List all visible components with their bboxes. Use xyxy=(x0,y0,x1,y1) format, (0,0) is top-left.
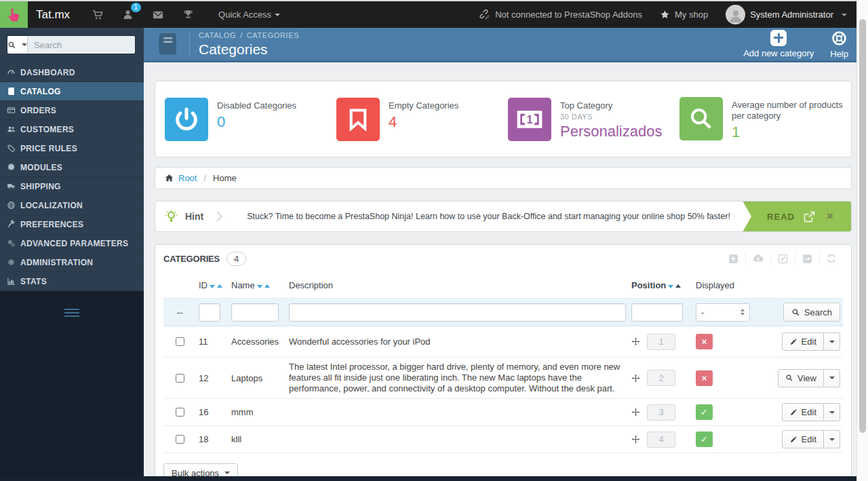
sidebar-item-price-rules[interactable]: PRICE RULES xyxy=(0,139,144,158)
move-icon[interactable] xyxy=(631,337,640,346)
messages-icon[interactable] xyxy=(152,9,164,21)
sort-name-desc-icon[interactable] xyxy=(257,285,262,288)
breadcrumb-section[interactable]: CATALOG xyxy=(199,31,236,39)
prestashop-logo[interactable] xyxy=(0,1,28,28)
my-shop-link[interactable]: My shop xyxy=(660,9,708,20)
cell-description: Wonderful accessories for your iPod xyxy=(286,326,629,358)
kpi-disabled-categories: Disabled Categories0 xyxy=(165,98,336,141)
add-icon[interactable] xyxy=(722,253,745,265)
row-actions-dropdown[interactable] xyxy=(824,332,840,351)
customers-icon[interactable]: 1 xyxy=(122,9,134,20)
filter-position-input[interactable] xyxy=(631,303,683,322)
filter-name-input[interactable] xyxy=(231,303,279,322)
sidebar-item-advanced-parameters[interactable]: ADVANCED PARAMETERS xyxy=(0,234,144,253)
sidebar-item-localization[interactable]: LOCALIZATION xyxy=(0,196,144,215)
refresh-icon[interactable] xyxy=(819,253,843,264)
position-value: 3 xyxy=(647,404,675,421)
broken-link-icon xyxy=(479,9,490,20)
scrollbar[interactable] xyxy=(856,0,868,481)
sort-position-desc-icon[interactable] xyxy=(668,285,673,288)
move-icon[interactable] xyxy=(631,374,640,383)
close-icon[interactable]: × xyxy=(827,210,833,223)
sidebar-item-dashboard[interactable]: DASHBOARD xyxy=(0,63,144,82)
sidebar-item-customers[interactable]: CUSTOMERS xyxy=(0,120,144,139)
filter-displayed-select[interactable]: - xyxy=(696,303,750,322)
power-icon xyxy=(165,98,208,141)
edit-list-icon[interactable] xyxy=(770,253,795,265)
trophy-icon[interactable] xyxy=(182,9,194,20)
globe-icon xyxy=(7,201,16,210)
addons-status[interactable]: Not connected to PrestaShop Addons xyxy=(479,9,642,20)
scrollbar-thumb[interactable] xyxy=(859,19,866,433)
view-button[interactable]: View xyxy=(778,369,824,387)
move-icon[interactable] xyxy=(631,435,640,444)
sidebar-item-preferences[interactable]: PREFERENCES xyxy=(0,215,144,234)
sort-name-asc-icon[interactable] xyxy=(264,284,270,288)
sort-id-asc-icon[interactable] xyxy=(217,284,222,288)
row-actions-dropdown[interactable] xyxy=(824,403,840,421)
displayed-toggle-enabled[interactable]: ✓ xyxy=(696,431,713,447)
quick-access-dropdown[interactable]: Quick Access xyxy=(218,9,280,20)
row-checkbox[interactable] xyxy=(176,374,184,383)
magnifier-icon xyxy=(679,97,723,140)
sidebar-item-modules[interactable]: MODULES xyxy=(0,158,144,177)
row-checkbox[interactable] xyxy=(176,435,184,444)
col-id: ID xyxy=(196,272,229,299)
col-description: Description xyxy=(286,272,629,299)
row-checkbox[interactable] xyxy=(176,408,184,417)
sidebar-search-input[interactable] xyxy=(28,36,136,54)
displayed-toggle-enabled[interactable]: ✓ xyxy=(696,404,713,420)
sidebar-item-shipping[interactable]: SHIPPING xyxy=(0,177,144,196)
sort-id-desc-icon[interactable] xyxy=(210,285,215,288)
read-ribbon: READ × xyxy=(743,201,851,232)
edit-button[interactable]: Edit xyxy=(782,403,824,421)
displayed-toggle-disabled[interactable]: × xyxy=(696,334,713,349)
kpi-top-category: Top Category30 DAYSPersonalizados xyxy=(508,98,679,141)
sort-position-asc-icon[interactable] xyxy=(675,284,681,288)
sidebar-item-orders[interactable]: ORDERS xyxy=(0,101,144,120)
bookmark-icon xyxy=(336,98,380,141)
chevron-down-icon xyxy=(224,472,230,474)
row-actions-dropdown[interactable] xyxy=(824,430,840,448)
import-icon[interactable] xyxy=(745,252,770,265)
shop-name[interactable]: Tat.mx xyxy=(36,8,70,22)
col-displayed: Displayed xyxy=(693,272,757,299)
book-icon xyxy=(155,31,180,58)
sidebar-item-administration[interactable]: ADMINISTRATION xyxy=(0,253,144,272)
help-button[interactable]: Help xyxy=(830,30,848,59)
sidebar-item-catalog[interactable]: CATALOG xyxy=(0,82,144,101)
chevron-down-icon xyxy=(275,14,280,16)
path-root-link[interactable]: Root xyxy=(178,173,197,183)
pencil-icon xyxy=(789,338,797,346)
search-button[interactable]: Search xyxy=(783,303,840,322)
read-link[interactable]: READ xyxy=(767,212,795,222)
filter-id-input[interactable] xyxy=(199,303,220,322)
avatar xyxy=(726,5,745,24)
table-row: 12 Laptops The latest Intel processor, a… xyxy=(163,358,843,399)
sidebar-item-stats[interactable]: STATS xyxy=(0,272,144,291)
kpi-average-products: Average number of products per category1 xyxy=(679,97,851,141)
kpi-panel: Disabled Categories0 Empty Categories4 T… xyxy=(155,81,852,157)
edit-button[interactable]: Edit xyxy=(782,430,824,448)
search-icon xyxy=(791,308,800,317)
position-value: 2 xyxy=(647,370,675,386)
filter-description-input[interactable] xyxy=(289,303,626,322)
cart-icon[interactable] xyxy=(92,9,104,21)
displayed-toggle-disabled[interactable]: × xyxy=(696,370,713,386)
search-scope-button[interactable] xyxy=(7,36,28,54)
export-icon[interactable] xyxy=(795,253,819,265)
page-header: CATALOG/CATEGORIES Categories Add new ca… xyxy=(144,28,858,62)
category-path-bar: Root / Home xyxy=(155,167,852,189)
filter-row: -- - Search xyxy=(163,299,843,326)
row-actions-dropdown[interactable] xyxy=(824,369,840,387)
row-checkbox[interactable] xyxy=(176,337,184,346)
edit-button[interactable]: Edit xyxy=(782,332,824,351)
user-menu[interactable]: System Administrator xyxy=(726,5,847,24)
chevron-down-icon xyxy=(842,14,847,16)
move-icon[interactable] xyxy=(631,408,640,417)
gear-icon xyxy=(7,258,16,267)
add-new-category-button[interactable]: Add new category xyxy=(743,30,814,58)
collapse-menu-icon[interactable] xyxy=(64,309,79,318)
table-row: 11 Accessories Wonderful accessories for… xyxy=(163,326,843,358)
external-link-icon[interactable] xyxy=(802,210,816,224)
